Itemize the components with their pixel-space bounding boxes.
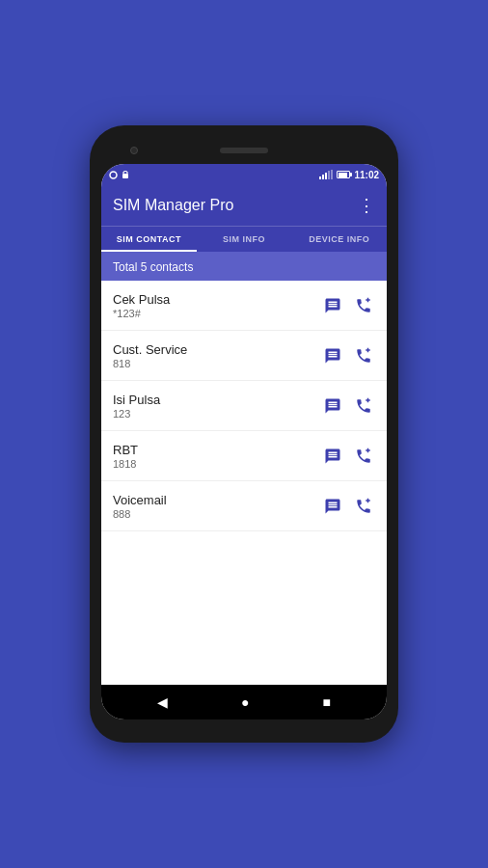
contact-info: Isi Pulsa 123 [113, 393, 321, 420]
tab-bar: SIM CONTACT SIM INFO DEVICE INFO [101, 226, 387, 252]
contact-name: Cek Pulsa [113, 292, 321, 307]
call-button[interactable] [352, 294, 375, 317]
contact-name: Voicemail [113, 493, 321, 507]
recents-button[interactable]: ■ [323, 694, 331, 710]
sms-button[interactable] [321, 294, 344, 317]
message-icon [324, 498, 341, 515]
contact-actions [321, 445, 375, 468]
svg-rect-4 [325, 173, 327, 179]
contact-item: Cust. Service 818 [101, 331, 387, 381]
sms-button[interactable] [321, 495, 344, 518]
contacts-header: Total 5 contacts [101, 252, 387, 281]
contact-name: Cust. Service [113, 342, 321, 357]
call-button[interactable] [352, 344, 375, 367]
call-add-icon [355, 297, 372, 314]
sms-button[interactable] [321, 445, 344, 468]
call-button[interactable] [352, 495, 375, 518]
menu-button[interactable]: ⋮ [358, 197, 375, 214]
contact-item: Isi Pulsa 123 [101, 381, 387, 431]
contact-info: Cek Pulsa *123# [113, 292, 321, 319]
speaker [220, 148, 268, 153]
status-left-icons [109, 170, 129, 179]
contact-number: 1818 [113, 458, 321, 470]
svg-rect-3 [322, 175, 324, 179]
message-icon [324, 347, 341, 365]
contact-name: RBT [113, 443, 321, 457]
app-bar: SIM Manager Pro ⋮ [101, 185, 387, 226]
call-add-icon [355, 498, 372, 515]
call-add-icon [355, 448, 372, 465]
svg-point-0 [110, 172, 117, 178]
contact-number: 123 [113, 408, 321, 420]
call-add-icon [355, 347, 372, 365]
circle-status-icon [109, 171, 118, 179]
contacts-count: Total 5 contacts [113, 260, 193, 274]
phone-screen: 11:02 SIM Manager Pro ⋮ SIM CONTACT SIM … [101, 164, 387, 719]
contact-actions [321, 344, 375, 367]
contact-info: Voicemail 888 [113, 493, 321, 520]
bottom-bezel [101, 719, 387, 731]
contact-actions [321, 394, 375, 418]
call-add-icon [355, 397, 372, 415]
svg-rect-5 [328, 171, 330, 179]
contact-number: 818 [113, 358, 321, 369]
svg-rect-1 [122, 174, 128, 178]
contact-item: Voicemail 888 [101, 481, 387, 531]
contact-item: Cek Pulsa *123# [101, 281, 387, 331]
contact-name: Isi Pulsa [113, 393, 321, 407]
status-right: 11:02 [319, 170, 379, 180]
tab-device-info[interactable]: DEVICE INFO [291, 227, 387, 252]
lock-status-icon [122, 170, 129, 179]
svg-rect-2 [319, 176, 321, 179]
sms-button[interactable] [321, 344, 344, 367]
home-button[interactable]: ● [241, 694, 249, 710]
app-title: SIM Manager Pro [113, 197, 233, 214]
status-time: 11:02 [354, 170, 379, 180]
message-icon [324, 397, 341, 415]
message-icon [324, 448, 341, 465]
contact-info: RBT 1818 [113, 443, 321, 470]
contact-number: 888 [113, 508, 321, 520]
contact-number: *123# [113, 308, 321, 319]
contact-info: Cust. Service 818 [113, 342, 321, 369]
top-bezel [101, 137, 387, 164]
contact-actions [321, 294, 375, 317]
signal-icon [319, 170, 333, 179]
tab-sim-contact[interactable]: SIM CONTACT [101, 227, 197, 252]
sms-button[interactable] [321, 394, 344, 418]
call-button[interactable] [352, 445, 375, 468]
bottom-nav: ◀ ● ■ [101, 685, 387, 719]
battery-icon [337, 171, 350, 178]
message-icon [324, 297, 341, 314]
contact-item: RBT 1818 [101, 431, 387, 481]
tab-sim-info[interactable]: SIM INFO [197, 227, 292, 252]
back-button[interactable]: ◀ [157, 694, 168, 710]
call-button[interactable] [352, 394, 375, 418]
content-area: Total 5 contacts Cek Pulsa *123# [101, 252, 387, 685]
camera-dot [130, 147, 138, 154]
svg-rect-6 [331, 170, 333, 179]
contact-list: Cek Pulsa *123# [101, 281, 387, 685]
contact-actions [321, 495, 375, 518]
phone-frame: 11:02 SIM Manager Pro ⋮ SIM CONTACT SIM … [90, 125, 398, 743]
status-bar: 11:02 [101, 164, 387, 185]
